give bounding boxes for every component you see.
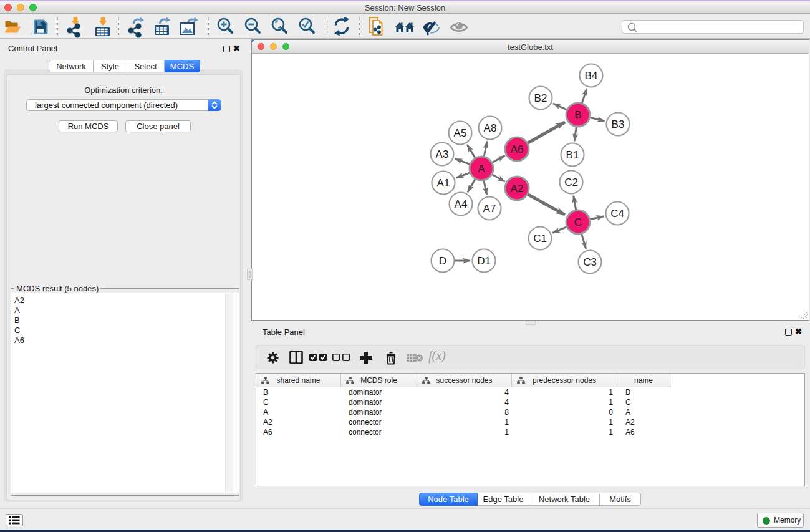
svg-text:D1: D1: [477, 255, 491, 267]
svg-text:C1: C1: [533, 233, 547, 244]
svg-text:B3: B3: [612, 118, 625, 130]
svg-text:B2: B2: [534, 92, 547, 104]
svg-text:A8: A8: [484, 122, 497, 134]
svg-text:A5: A5: [454, 127, 467, 139]
svg-text:C4: C4: [610, 208, 624, 220]
svg-text:A6: A6: [511, 143, 524, 155]
svg-text:B: B: [574, 109, 581, 121]
svg-text:D: D: [439, 255, 446, 267]
svg-text:A: A: [478, 163, 485, 175]
svg-text:C: C: [574, 216, 582, 228]
svg-text:A1: A1: [437, 177, 450, 189]
svg-text:B1: B1: [566, 149, 579, 161]
svg-text:C3: C3: [583, 256, 597, 268]
svg-text:C2: C2: [564, 177, 578, 188]
svg-text:A7: A7: [483, 203, 496, 215]
svg-text:B4: B4: [585, 70, 598, 82]
svg-text:A2: A2: [511, 183, 524, 195]
svg-text:A3: A3: [436, 148, 449, 160]
svg-text:A4: A4: [455, 198, 468, 210]
